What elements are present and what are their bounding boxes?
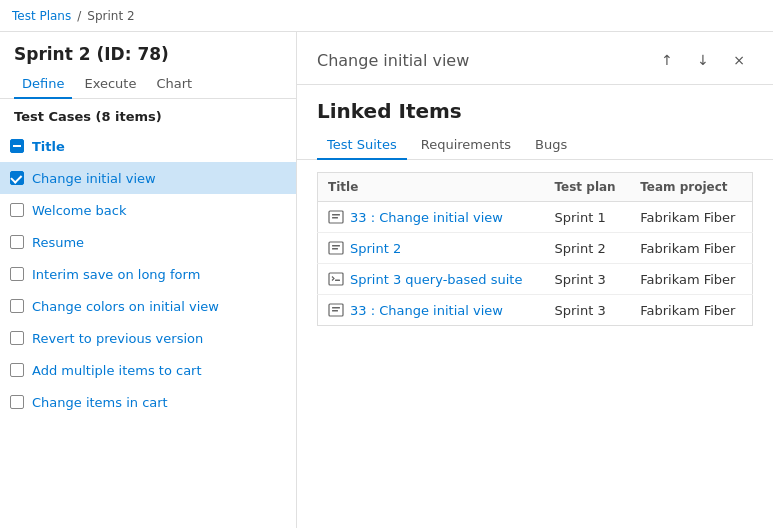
linked-items-table: Title Test plan Team project <box>317 172 753 326</box>
tab-define[interactable]: Define <box>14 70 72 99</box>
row-test-plan: Sprint 2 <box>545 233 631 264</box>
row-team-project: Fabrikam Fiber <box>630 264 752 295</box>
navigate-down-button[interactable]: ↓ <box>689 46 717 74</box>
row-test-plan: Sprint 1 <box>545 202 631 233</box>
list-item-add-multiple[interactable]: Add multiple items to cart <box>0 354 296 386</box>
tab-bugs[interactable]: Bugs <box>525 131 577 160</box>
table-header-row: Title Test plan Team project <box>318 173 753 202</box>
item-label-change-colors: Change colors on initial view <box>32 299 219 314</box>
svg-rect-2 <box>332 217 338 219</box>
close-button[interactable]: × <box>725 46 753 74</box>
title-header-label: Title <box>32 139 65 154</box>
test-cases-header: Test Cases (8 items) <box>0 99 296 130</box>
list-item-welcome-back[interactable]: Welcome back <box>0 194 296 226</box>
col-title: Title <box>318 173 545 202</box>
table-row[interactable]: 33 : Change initial view Sprint 1 Fabrik… <box>318 202 753 233</box>
checkbox-revert[interactable] <box>10 331 24 345</box>
table-container: Title Test plan Team project <box>297 160 773 528</box>
list-item-resume[interactable]: Resume <box>0 226 296 258</box>
left-panel: Sprint 2 (ID: 78) Define Execute Chart T… <box>0 32 297 528</box>
checkbox-change-items[interactable] <box>10 395 24 409</box>
row-team-project: Fabrikam Fiber <box>630 202 752 233</box>
suite-icon <box>328 209 344 225</box>
svg-rect-4 <box>332 245 340 247</box>
svg-rect-10 <box>332 310 338 312</box>
test-cases-list: Title Change initial view Welcome back R… <box>0 130 296 528</box>
item-label-change-initial-view: Change initial view <box>32 171 156 186</box>
list-item-revert[interactable]: Revert to previous version <box>0 322 296 354</box>
svg-rect-9 <box>332 307 340 309</box>
col-test-plan: Test plan <box>545 173 631 202</box>
item-label-change-items: Change items in cart <box>32 395 168 410</box>
list-item-change-items[interactable]: Change items in cart <box>0 386 296 418</box>
row-title-cell: Sprint 2 <box>318 233 545 264</box>
breadcrumb: Test Plans / Sprint 2 <box>0 0 773 32</box>
checkbox-add-multiple[interactable] <box>10 363 24 377</box>
checkbox-welcome-back[interactable] <box>10 203 24 217</box>
row-title-text[interactable]: Sprint 2 <box>350 241 401 256</box>
row-test-plan: Sprint 3 <box>545 295 631 326</box>
tab-execute[interactable]: Execute <box>76 70 144 99</box>
checkbox-title[interactable] <box>10 139 24 153</box>
table-row[interactable]: Sprint 2 Sprint 2 Fabrikam Fiber <box>318 233 753 264</box>
tab-test-suites[interactable]: Test Suites <box>317 131 407 160</box>
left-tabs: Define Execute Chart <box>0 70 296 99</box>
row-title-text[interactable]: 33 : Change initial view <box>350 303 503 318</box>
breadcrumb-parent[interactable]: Test Plans <box>12 9 71 23</box>
sprint-title: Sprint 2 (ID: 78) <box>0 32 296 70</box>
linked-items-title: Linked Items <box>297 85 773 131</box>
list-item-change-initial-view[interactable]: Change initial view <box>0 162 296 194</box>
right-panel: Change initial view ↑ ↓ × Linked Items T… <box>297 32 773 528</box>
right-tabs: Test Suites Requirements Bugs <box>297 131 773 160</box>
checkbox-interim-save[interactable] <box>10 267 24 281</box>
svg-rect-7 <box>335 280 340 282</box>
tab-requirements[interactable]: Requirements <box>411 131 521 160</box>
row-title-text[interactable]: 33 : Change initial view <box>350 210 503 225</box>
row-test-plan: Sprint 3 <box>545 264 631 295</box>
main-content: Sprint 2 (ID: 78) Define Execute Chart T… <box>0 32 773 528</box>
tab-chart[interactable]: Chart <box>148 70 200 99</box>
right-header-title: Change initial view <box>317 51 645 70</box>
row-title-cell: 33 : Change initial view <box>318 202 545 233</box>
item-label-add-multiple: Add multiple items to cart <box>32 363 202 378</box>
list-item-interim-save[interactable]: Interim save on long form <box>0 258 296 290</box>
item-label-welcome-back: Welcome back <box>32 203 127 218</box>
row-team-project: Fabrikam Fiber <box>630 295 752 326</box>
table-row[interactable]: Sprint 3 query-based suite Sprint 3 Fabr… <box>318 264 753 295</box>
col-team-project: Team project <box>630 173 752 202</box>
item-label-resume: Resume <box>32 235 84 250</box>
list-item-change-colors[interactable]: Change colors on initial view <box>0 290 296 322</box>
svg-rect-6 <box>329 273 343 285</box>
row-team-project: Fabrikam Fiber <box>630 233 752 264</box>
list-item-title[interactable]: Title <box>0 130 296 162</box>
svg-rect-5 <box>332 248 338 250</box>
query-suite-icon <box>328 271 344 287</box>
checkbox-change-colors[interactable] <box>10 299 24 313</box>
breadcrumb-current: Sprint 2 <box>87 9 134 23</box>
svg-rect-1 <box>332 214 340 216</box>
table-row[interactable]: 33 : Change initial view Sprint 3 Fabrik… <box>318 295 753 326</box>
navigate-up-button[interactable]: ↑ <box>653 46 681 74</box>
item-label-interim-save: Interim save on long form <box>32 267 200 282</box>
suite-icon <box>328 240 344 256</box>
checkbox-resume[interactable] <box>10 235 24 249</box>
row-title-text[interactable]: Sprint 3 query-based suite <box>350 272 522 287</box>
item-label-revert: Revert to previous version <box>32 331 203 346</box>
row-title-cell: Sprint 3 query-based suite <box>318 264 545 295</box>
row-title-cell: 33 : Change initial view <box>318 295 545 326</box>
suite-icon <box>328 302 344 318</box>
right-header: Change initial view ↑ ↓ × <box>297 32 773 85</box>
checkbox-change-initial-view[interactable] <box>10 171 24 185</box>
breadcrumb-separator: / <box>77 9 81 23</box>
